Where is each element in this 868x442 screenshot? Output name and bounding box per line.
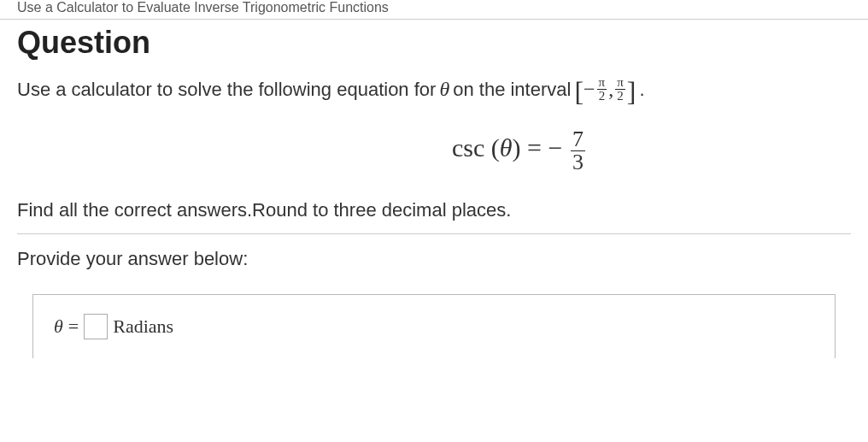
answer-unit: Radians	[113, 315, 173, 338]
answer-box: θ = Radians	[32, 294, 836, 358]
frac1-den: 2	[597, 90, 607, 103]
question-heading: Question	[17, 25, 851, 61]
interval-expression: [ − π 2 , π 2 ]	[574, 76, 636, 103]
prompt-line: Use a calculator to solve the following …	[17, 76, 851, 103]
answer-row: θ = Radians	[54, 314, 173, 339]
equation-fraction: 7 3	[571, 128, 585, 174]
answer-eq: =	[68, 315, 79, 338]
frac2-num: π	[615, 76, 625, 90]
equation-lparen: (	[491, 133, 500, 162]
interval-comma: ,	[608, 78, 613, 101]
prompt-suffix: .	[639, 79, 644, 101]
equation-rparen: )	[513, 133, 521, 162]
fraction-pi-over-2: π 2	[615, 76, 625, 103]
prompt-prefix: Use a calculator to solve the following …	[17, 79, 436, 101]
equation-block: csc (θ) = − 7 3	[17, 128, 851, 174]
equation-arg: θ	[500, 133, 513, 162]
answer-theta: θ	[54, 315, 63, 338]
frac1-num: π	[597, 76, 607, 90]
prompt-mid: on the interval	[453, 79, 571, 101]
topic-bar: Use a Calculator to Evaluate Inverse Tri…	[0, 0, 868, 20]
neg-sign: −	[584, 78, 595, 101]
equation-den: 3	[571, 151, 585, 174]
equation-fn: csc	[452, 133, 484, 162]
divider	[17, 233, 851, 234]
equation-eq: =	[527, 133, 548, 162]
fraction-neg-pi-over-2: π 2	[597, 76, 607, 103]
theta-symbol: θ	[439, 78, 449, 101]
topic-text: Use a Calculator to Evaluate Inverse Tri…	[17, 0, 389, 15]
frac2-den: 2	[615, 90, 625, 103]
question-content: Question Use a calculator to solve the f…	[0, 25, 868, 358]
instruction-round: Find all the correct answers.Round to th…	[17, 199, 851, 221]
provide-answer-label: Provide your answer below:	[17, 248, 851, 270]
equation-neg: −	[548, 133, 563, 162]
equation-num: 7	[571, 128, 585, 151]
answer-input[interactable]	[84, 314, 108, 339]
